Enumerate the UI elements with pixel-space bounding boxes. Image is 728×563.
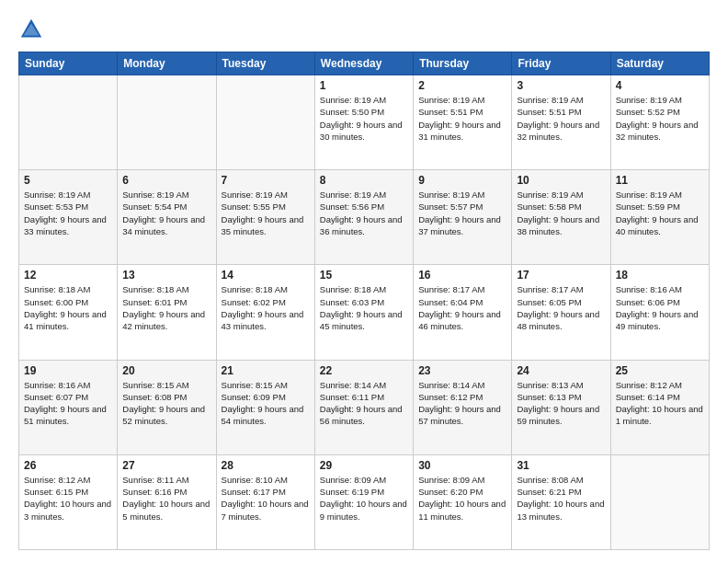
calendar-cell: 13Sunrise: 8:18 AM Sunset: 6:01 PM Dayli…	[118, 265, 216, 360]
calendar-cell	[610, 454, 709, 549]
day-info: Sunrise: 8:19 AM Sunset: 5:55 PM Dayligh…	[222, 189, 310, 237]
day-number: 7	[222, 174, 310, 187]
day-number: 13	[122, 269, 210, 282]
calendar-cell: 14Sunrise: 8:18 AM Sunset: 6:02 PM Dayli…	[216, 265, 314, 360]
weekday-header-wednesday: Wednesday	[314, 52, 413, 75]
day-info: Sunrise: 8:19 AM Sunset: 5:51 PM Dayligh…	[418, 94, 506, 143]
calendar-cell: 26Sunrise: 8:12 AM Sunset: 6:15 PM Dayli…	[19, 454, 118, 549]
calendar-cell: 28Sunrise: 8:10 AM Sunset: 6:17 PM Dayli…	[216, 454, 314, 549]
day-info: Sunrise: 8:19 AM Sunset: 5:59 PM Dayligh…	[616, 189, 704, 237]
day-number: 16	[418, 269, 506, 282]
calendar-cell: 17Sunrise: 8:17 AM Sunset: 6:05 PM Dayli…	[512, 265, 610, 360]
calendar-cell: 9Sunrise: 8:19 AM Sunset: 5:57 PM Daylig…	[414, 170, 512, 265]
day-info: Sunrise: 8:19 AM Sunset: 5:52 PM Dayligh…	[616, 94, 704, 143]
calendar-cell	[19, 75, 118, 170]
calendar-cell: 3Sunrise: 8:19 AM Sunset: 5:51 PM Daylig…	[512, 75, 610, 170]
day-info: Sunrise: 8:10 AM Sunset: 6:17 PM Dayligh…	[222, 474, 310, 523]
day-info: Sunrise: 8:18 AM Sunset: 6:03 PM Dayligh…	[320, 283, 408, 332]
day-number: 9	[418, 174, 506, 187]
day-info: Sunrise: 8:13 AM Sunset: 6:13 PM Dayligh…	[517, 379, 605, 428]
calendar-cell: 2Sunrise: 8:19 AM Sunset: 5:51 PM Daylig…	[414, 75, 512, 170]
calendar-cell: 11Sunrise: 8:19 AM Sunset: 5:59 PM Dayli…	[610, 170, 709, 265]
day-info: Sunrise: 8:12 AM Sunset: 6:15 PM Dayligh…	[24, 474, 112, 523]
day-number: 18	[616, 269, 704, 282]
logo	[18, 17, 48, 42]
calendar-cell: 31Sunrise: 8:08 AM Sunset: 6:21 PM Dayli…	[512, 454, 610, 549]
day-number: 30	[418, 459, 506, 472]
calendar-cell: 7Sunrise: 8:19 AM Sunset: 5:55 PM Daylig…	[216, 170, 314, 265]
day-info: Sunrise: 8:18 AM Sunset: 6:01 PM Dayligh…	[122, 283, 210, 332]
day-number: 26	[24, 459, 112, 472]
calendar-cell: 23Sunrise: 8:14 AM Sunset: 6:12 PM Dayli…	[414, 360, 512, 454]
day-number: 4	[616, 79, 704, 92]
day-number: 1	[320, 79, 408, 92]
day-info: Sunrise: 8:14 AM Sunset: 6:12 PM Dayligh…	[418, 379, 506, 428]
calendar-cell: 29Sunrise: 8:09 AM Sunset: 6:19 PM Dayli…	[314, 454, 413, 549]
weekday-header-sunday: Sunday	[19, 52, 118, 75]
page: SundayMondayTuesdayWednesdayThursdayFrid…	[0, 0, 728, 563]
weekday-header-saturday: Saturday	[610, 52, 709, 75]
day-info: Sunrise: 8:19 AM Sunset: 5:50 PM Dayligh…	[320, 94, 408, 143]
day-number: 28	[222, 459, 310, 472]
day-number: 20	[122, 364, 210, 377]
weekday-header-thursday: Thursday	[414, 52, 512, 75]
day-info: Sunrise: 8:19 AM Sunset: 5:57 PM Dayligh…	[418, 189, 506, 237]
calendar-cell: 18Sunrise: 8:16 AM Sunset: 6:06 PM Dayli…	[610, 265, 709, 360]
day-number: 25	[616, 364, 704, 377]
weekday-header-friday: Friday	[512, 52, 610, 75]
day-number: 2	[418, 79, 506, 92]
day-number: 24	[517, 364, 605, 377]
calendar-cell: 6Sunrise: 8:19 AM Sunset: 5:54 PM Daylig…	[118, 170, 216, 265]
day-info: Sunrise: 8:19 AM Sunset: 5:58 PM Dayligh…	[517, 189, 605, 237]
calendar-cell: 30Sunrise: 8:09 AM Sunset: 6:20 PM Dayli…	[414, 454, 512, 549]
calendar-week-row: 12Sunrise: 8:18 AM Sunset: 6:00 PM Dayli…	[19, 265, 710, 360]
day-info: Sunrise: 8:19 AM Sunset: 5:56 PM Dayligh…	[320, 189, 408, 237]
calendar-cell: 27Sunrise: 8:11 AM Sunset: 6:16 PM Dayli…	[118, 454, 216, 549]
weekday-header-monday: Monday	[118, 52, 216, 75]
day-number: 8	[320, 174, 408, 187]
calendar-cell: 5Sunrise: 8:19 AM Sunset: 5:53 PM Daylig…	[19, 170, 118, 265]
day-info: Sunrise: 8:18 AM Sunset: 6:02 PM Dayligh…	[222, 283, 310, 332]
calendar-cell: 16Sunrise: 8:17 AM Sunset: 6:04 PM Dayli…	[414, 265, 512, 360]
day-info: Sunrise: 8:17 AM Sunset: 6:04 PM Dayligh…	[418, 283, 506, 332]
day-info: Sunrise: 8:08 AM Sunset: 6:21 PM Dayligh…	[517, 474, 605, 523]
day-info: Sunrise: 8:16 AM Sunset: 6:06 PM Dayligh…	[616, 283, 704, 332]
day-info: Sunrise: 8:18 AM Sunset: 6:00 PM Dayligh…	[24, 283, 112, 332]
header	[18, 17, 710, 42]
calendar-week-row: 1Sunrise: 8:19 AM Sunset: 5:50 PM Daylig…	[19, 75, 710, 170]
calendar-cell: 19Sunrise: 8:16 AM Sunset: 6:07 PM Dayli…	[19, 360, 118, 454]
day-number: 5	[24, 174, 112, 187]
calendar-cell: 25Sunrise: 8:12 AM Sunset: 6:14 PM Dayli…	[610, 360, 709, 454]
weekday-header-tuesday: Tuesday	[216, 52, 314, 75]
calendar-week-row: 5Sunrise: 8:19 AM Sunset: 5:53 PM Daylig…	[19, 170, 710, 265]
calendar-cell: 4Sunrise: 8:19 AM Sunset: 5:52 PM Daylig…	[610, 75, 709, 170]
calendar-cell: 12Sunrise: 8:18 AM Sunset: 6:00 PM Dayli…	[19, 265, 118, 360]
calendar-cell: 15Sunrise: 8:18 AM Sunset: 6:03 PM Dayli…	[314, 265, 413, 360]
calendar-header-row: SundayMondayTuesdayWednesdayThursdayFrid…	[19, 52, 710, 75]
day-number: 15	[320, 269, 408, 282]
day-number: 6	[122, 174, 210, 187]
day-info: Sunrise: 8:19 AM Sunset: 5:54 PM Dayligh…	[122, 189, 210, 237]
day-info: Sunrise: 8:12 AM Sunset: 6:14 PM Dayligh…	[616, 379, 704, 428]
day-number: 11	[616, 174, 704, 187]
day-number: 21	[222, 364, 310, 377]
day-number: 23	[418, 364, 506, 377]
day-info: Sunrise: 8:14 AM Sunset: 6:11 PM Dayligh…	[320, 379, 408, 428]
calendar-week-row: 26Sunrise: 8:12 AM Sunset: 6:15 PM Dayli…	[19, 454, 710, 549]
calendar-cell: 1Sunrise: 8:19 AM Sunset: 5:50 PM Daylig…	[314, 75, 413, 170]
logo-icon	[18, 17, 44, 42]
calendar-cell: 21Sunrise: 8:15 AM Sunset: 6:09 PM Dayli…	[216, 360, 314, 454]
calendar-week-row: 19Sunrise: 8:16 AM Sunset: 6:07 PM Dayli…	[19, 360, 710, 454]
day-info: Sunrise: 8:19 AM Sunset: 5:53 PM Dayligh…	[24, 189, 112, 237]
day-info: Sunrise: 8:09 AM Sunset: 6:20 PM Dayligh…	[418, 474, 506, 523]
calendar-cell: 20Sunrise: 8:15 AM Sunset: 6:08 PM Dayli…	[118, 360, 216, 454]
calendar-cell	[118, 75, 216, 170]
day-info: Sunrise: 8:17 AM Sunset: 6:05 PM Dayligh…	[517, 283, 605, 332]
day-number: 27	[122, 459, 210, 472]
calendar-cell: 22Sunrise: 8:14 AM Sunset: 6:11 PM Dayli…	[314, 360, 413, 454]
day-info: Sunrise: 8:16 AM Sunset: 6:07 PM Dayligh…	[24, 379, 112, 428]
day-info: Sunrise: 8:09 AM Sunset: 6:19 PM Dayligh…	[320, 474, 408, 523]
calendar-table: SundayMondayTuesdayWednesdayThursdayFrid…	[18, 52, 710, 550]
day-number: 22	[320, 364, 408, 377]
calendar-cell: 8Sunrise: 8:19 AM Sunset: 5:56 PM Daylig…	[314, 170, 413, 265]
